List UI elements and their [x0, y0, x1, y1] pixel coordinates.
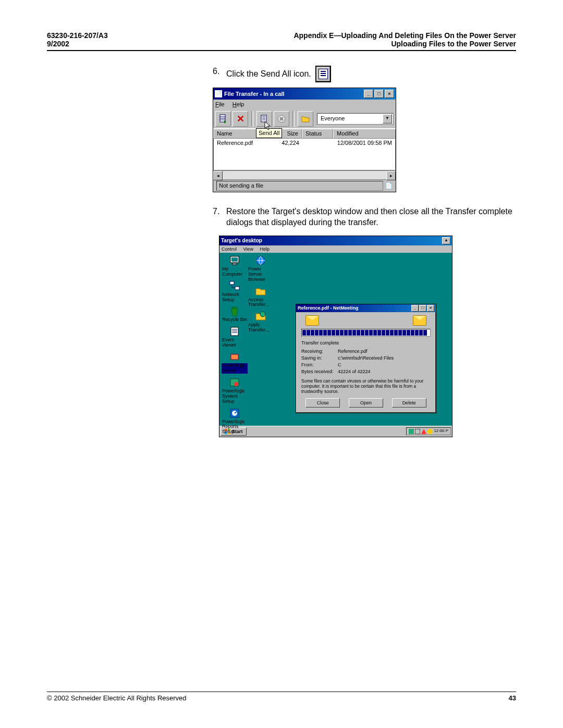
menu-view[interactable]: View: [243, 246, 253, 252]
dialog-title: Reference.pdf - NetMeeting: [298, 305, 411, 311]
window-title: File Transfer - In a call: [224, 90, 364, 98]
menu-help[interactable]: Help: [260, 246, 270, 252]
add-file-button[interactable]: [215, 111, 231, 127]
svg-rect-6: [230, 281, 234, 285]
tray-icon: [421, 429, 426, 434]
dropdown-value: Everyone: [321, 115, 383, 122]
icon-label: Apply Transfer...: [248, 323, 274, 333]
file-transfer-window: 📄 File Transfer - In a call _ □ × File H…: [213, 88, 396, 192]
icon-label: Event Viewer: [222, 338, 248, 348]
maximize-button[interactable]: □: [419, 305, 426, 312]
svg-rect-8: [232, 307, 237, 309]
folder-icon: [255, 286, 266, 297]
menu-file[interactable]: File: [215, 101, 225, 107]
status-icon: 📄: [385, 182, 393, 190]
folder-button[interactable]: [298, 111, 313, 127]
open-button[interactable]: Open: [349, 398, 383, 408]
window-icon: 📄: [215, 90, 222, 97]
send-all-button[interactable]: Send All: [256, 111, 272, 127]
svg-point-16: [260, 312, 265, 317]
icon-label: Powerlogic Server: [222, 363, 248, 374]
icon-label: Powerlogic Reports Setup: [222, 419, 248, 435]
col-modified[interactable]: Modified: [333, 129, 396, 139]
icon-power-server-browser[interactable]: Power Server Browser: [248, 255, 274, 282]
icon-recycle-bin[interactable]: Recycle Bin: [222, 305, 248, 323]
step-number: 6.: [213, 66, 226, 77]
remove-file-button[interactable]: ✕: [232, 111, 248, 127]
tooltip: Send All: [256, 128, 282, 138]
browser-icon: [255, 255, 266, 266]
bytes-value: 42224 of 42224: [338, 368, 371, 375]
close-button[interactable]: Close: [305, 398, 340, 408]
icon-access-transfer[interactable]: Access Transfer...: [248, 286, 274, 308]
status-text: Not sending a file: [216, 181, 383, 191]
status-bar: Not sending a file 📄: [213, 179, 396, 192]
svg-rect-5: [232, 263, 237, 265]
icon-my-computer[interactable]: My Computer: [222, 255, 248, 277]
section-title: Uploading Files to the Power Server: [293, 40, 516, 48]
close-button[interactable]: ×: [427, 305, 434, 312]
step-text: Restore the Target's desktop window and …: [226, 206, 516, 228]
menu-help[interactable]: Help: [232, 101, 244, 107]
icon-powerlogic-reports-setup[interactable]: Powerlogic Reports Setup: [222, 408, 248, 435]
restore-button[interactable]: ▴: [442, 237, 450, 244]
saving-label: Saving in:: [301, 355, 338, 361]
netmeeting-dialog: Reference.pdf - NetMeeting _ □ ×: [296, 304, 436, 413]
svg-rect-4: [231, 257, 238, 262]
icon-label: Powerlogic System Setup: [222, 389, 248, 404]
delete-button[interactable]: Delete: [392, 398, 426, 408]
receiving-value: Reference.pdf: [338, 348, 368, 354]
titlebar: 📄 File Transfer - In a call _ □ ×: [213, 88, 396, 100]
svg-point-23: [427, 429, 433, 434]
svg-rect-21: [409, 429, 414, 434]
window-title: Target's desktop: [221, 237, 442, 244]
toolbar: ✕ Send All Everyone ▼: [213, 109, 396, 128]
scrollbar[interactable]: ◂ ▸: [213, 170, 396, 179]
list-item[interactable]: Reference.pdf 42,224 12/08/2001 09:58 PM: [214, 139, 395, 147]
page-header: 63230-216-207/A3 9/2002 Appendix E—Uploa…: [47, 31, 516, 51]
icon-label: Recycle Bin: [222, 317, 248, 323]
icon-network-setup[interactable]: Network Setup: [222, 280, 248, 303]
col-status[interactable]: Status: [302, 129, 333, 139]
minimize-button[interactable]: _: [364, 90, 373, 98]
minimize-button[interactable]: _: [411, 305, 419, 312]
reports-icon: [229, 408, 240, 419]
svg-rect-10: [231, 354, 238, 360]
menubar: Control View Help: [219, 245, 452, 253]
icon-apply-transfer[interactable]: Apply Transfer...: [248, 311, 274, 333]
cell-size: 42,224: [266, 139, 302, 147]
menu-control[interactable]: Control: [222, 246, 237, 252]
icon-label: Access Transfer...: [248, 298, 274, 308]
clock: 12:00 P: [434, 428, 448, 434]
menubar: File Help: [213, 100, 396, 109]
progress-bar: [301, 329, 431, 337]
svg-rect-22: [415, 429, 420, 434]
dropdown-arrow-icon[interactable]: ▼: [383, 114, 392, 124]
desktop-area: My Computer Network Setup Recycle Bin Ev…: [219, 253, 452, 426]
scroll-left-button[interactable]: ◂: [213, 171, 223, 180]
scroll-right-button[interactable]: ▸: [386, 171, 396, 180]
scroll-track[interactable]: [223, 171, 386, 179]
system-tray: 12:00 P: [406, 427, 451, 435]
icon-powerlogic-system-setup[interactable]: Powerlogic System Setup: [222, 377, 248, 404]
apply-icon: [255, 311, 266, 322]
server-icon: [229, 351, 240, 363]
tray-icon: [409, 429, 414, 434]
svg-point-12: [234, 382, 238, 386]
stop-button[interactable]: [274, 111, 289, 127]
recycle-icon: [229, 305, 240, 317]
recipient-dropdown[interactable]: Everyone ▼: [317, 113, 394, 125]
computer-icon: [229, 255, 240, 266]
icon-event-viewer[interactable]: Event Viewer: [222, 326, 248, 348]
maximize-button[interactable]: □: [374, 90, 384, 98]
close-button[interactable]: ×: [385, 90, 394, 98]
doc-date: 9/2002: [47, 40, 108, 48]
saving-value: c:\winnt\sdr\Received Files: [338, 355, 394, 361]
titlebar: Target's desktop ▴: [219, 236, 452, 245]
icon-label: Network Setup: [222, 292, 248, 303]
icon-label: Power Server Browser: [248, 267, 274, 282]
icon-powerlogic-server[interactable]: Powerlogic Server: [222, 351, 248, 374]
envelope-icon: [413, 315, 426, 326]
receiving-label: Receiving:: [301, 348, 338, 354]
step-7: 7. Restore the Target's desktop window a…: [213, 206, 516, 228]
